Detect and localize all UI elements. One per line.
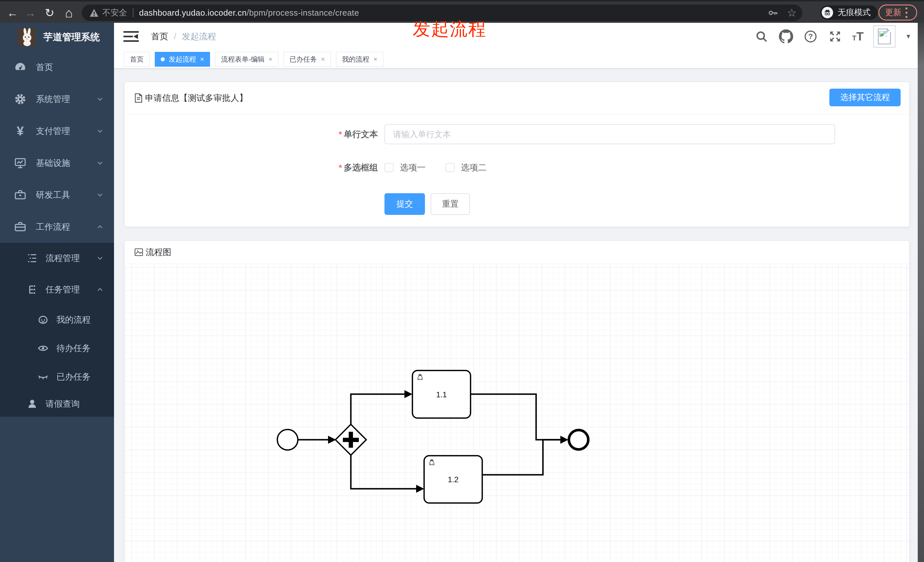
- sidebar-item-label: 待办任务: [56, 343, 114, 354]
- chevron-down-icon: [96, 95, 104, 103]
- sidebar-item-label: 首页: [36, 61, 114, 73]
- sidebar-item-task-management[interactable]: 任务管理: [0, 274, 114, 306]
- tab-label: 已办任务: [290, 55, 317, 64]
- user-icon: [26, 398, 38, 410]
- submit-button[interactable]: 提交: [384, 193, 425, 215]
- browser-forward-button[interactable]: →: [21, 1, 39, 24]
- reset-button[interactable]: 重置: [430, 193, 470, 215]
- workflow-submenu: 流程管理 任务管理 我的流程 待办任务 已办任务 请假查询: [0, 243, 114, 417]
- sidebar-item-done-tasks[interactable]: 已办任务: [0, 363, 114, 391]
- sidebar-item-devtools[interactable]: 研发工具: [0, 179, 114, 211]
- tab-close-icon[interactable]: ×: [374, 55, 377, 63]
- checkbox-icon[interactable]: [384, 163, 394, 172]
- search-icon[interactable]: [754, 29, 769, 44]
- browser-back-button[interactable]: ←: [3, 1, 22, 24]
- tab-close-icon[interactable]: ×: [200, 55, 204, 63]
- help-icon[interactable]: ?: [803, 29, 818, 44]
- sidebar-item-my-process[interactable]: 我的流程: [0, 306, 114, 334]
- password-key-icon[interactable]: [768, 7, 779, 18]
- bpmn-start-event[interactable]: [278, 430, 298, 450]
- bpmn-canvas[interactable]: 1.1 1.2: [124, 264, 909, 562]
- sidebar-item-home[interactable]: 首页: [0, 51, 114, 83]
- single-line-text-input[interactable]: [384, 124, 835, 144]
- tab-process-form-edit[interactable]: 流程表单-编辑×: [215, 52, 279, 67]
- chevron-up-icon: [96, 223, 104, 231]
- browser-update-button[interactable]: 更新: [878, 4, 917, 21]
- url-text: dashboard.yudao.iocoder.cn/bpm/process-i…: [139, 8, 359, 18]
- app-title: 芋道管理系统: [44, 31, 100, 43]
- bpmn-parallel-gateway[interactable]: [336, 424, 366, 455]
- navbar: 首页 / 发起流程 ? TT ▼: [114, 23, 918, 50]
- tab-close-icon[interactable]: ×: [321, 55, 325, 63]
- sidebar-item-label: 工作流程: [36, 221, 96, 233]
- sidebar-item-infrastructure[interactable]: 基础设施: [0, 147, 114, 179]
- forward-icon: →: [24, 6, 36, 19]
- tab-home[interactable]: 首页: [124, 52, 150, 67]
- diagram-card-title: 流程图: [146, 247, 171, 258]
- browser-reload-button[interactable]: ↻: [40, 1, 59, 24]
- task-label: 1.1: [436, 390, 447, 399]
- chevron-down-icon: [96, 127, 104, 135]
- form-card-title: 申请信息【测试多审批人】: [145, 92, 248, 104]
- bookmark-star-icon[interactable]: ☆: [787, 6, 796, 19]
- bpmn-end-event[interactable]: [569, 430, 588, 450]
- browser-menu-kebab-icon[interactable]: [906, 7, 908, 18]
- checkbox-label: 选项一: [400, 162, 426, 174]
- update-label: 更新: [885, 7, 902, 18]
- sidebar-item-leave-query[interactable]: 请假查询: [0, 391, 114, 417]
- checkbox-icon[interactable]: [446, 163, 454, 172]
- checkbox-option-one[interactable]: 选项一: [384, 162, 426, 174]
- active-dot-icon: [161, 57, 165, 61]
- tab-done-tasks[interactable]: 已办任务×: [284, 52, 331, 67]
- breadcrumb-current: 发起流程: [182, 31, 216, 42]
- sidebar-logo[interactable]: 芋道管理系统: [0, 23, 114, 51]
- sidebar: 芋道管理系统 首页 系统管理 ¥ 支付管理 基础设施 研发工具 工作流程 流程管…: [0, 23, 114, 562]
- logo-avatar: [18, 28, 36, 46]
- red-annotation-title: 发起流程: [413, 17, 487, 41]
- chevron-down-icon: [96, 159, 104, 167]
- breadcrumb: 首页 / 发起流程: [151, 31, 216, 42]
- select-other-process-button[interactable]: 选择其它流程: [830, 88, 901, 106]
- browser-home-button[interactable]: ⌂: [60, 1, 78, 24]
- avatar-dropdown-caret-icon[interactable]: ▼: [905, 33, 912, 40]
- gear-icon: [14, 93, 27, 106]
- bpmn-user-task-1-1[interactable]: 1.1: [412, 370, 471, 418]
- sidebar-item-todo-tasks[interactable]: 待办任务: [0, 334, 114, 363]
- breadcrumb-home[interactable]: 首页: [151, 31, 168, 42]
- yen-icon: ¥: [14, 124, 27, 138]
- sidebar-item-system[interactable]: 系统管理: [0, 83, 114, 115]
- chevron-down-icon: [96, 191, 104, 199]
- not-secure-label[interactable]: 不安全: [102, 7, 127, 18]
- sidebar-item-label: 我的流程: [56, 314, 114, 326]
- user-avatar[interactable]: [873, 25, 896, 48]
- tab-initiate-process[interactable]: 发起流程×: [155, 52, 210, 67]
- incognito-icon: [822, 7, 833, 18]
- github-icon[interactable]: [778, 29, 794, 44]
- fullscreen-icon[interactable]: [828, 29, 843, 44]
- bpmn-user-task-1-2[interactable]: 1.2: [424, 456, 482, 503]
- sidebar-item-process-management[interactable]: 流程管理: [0, 243, 114, 274]
- tab-my-process[interactable]: 我的流程×: [336, 52, 383, 67]
- tab-label: 流程表单-编辑: [221, 55, 264, 64]
- sidebar-item-payment[interactable]: ¥ 支付管理: [0, 115, 114, 147]
- sidebar-item-label: 流程管理: [46, 252, 96, 264]
- toolbox-icon: [14, 188, 27, 201]
- url-domain: dashboard.yudao.iocoder.cn: [139, 8, 246, 17]
- checkbox-option-two[interactable]: 选项二: [446, 162, 486, 174]
- font-size-icon[interactable]: TT: [852, 30, 864, 43]
- field-label-checkbox-group: *多选框组: [124, 159, 384, 176]
- sidebar-collapse-icon[interactable]: [123, 30, 139, 43]
- url-path: /bpm/process-instance/create: [246, 8, 359, 17]
- eye-icon: [37, 342, 49, 354]
- broken-image-icon: [878, 28, 891, 45]
- sidebar-item-workflow[interactable]: 工作流程: [0, 211, 114, 243]
- checkbox-label: 选项二: [461, 162, 486, 174]
- sidebar-item-label: 系统管理: [36, 93, 96, 105]
- chevron-down-icon: [96, 254, 104, 262]
- tab-label: 我的流程: [342, 55, 369, 64]
- tab-close-icon[interactable]: ×: [268, 55, 273, 63]
- window-scrollbar[interactable]: [918, 23, 924, 562]
- face-icon: [37, 314, 49, 326]
- image-icon: [134, 248, 143, 257]
- omnibox-separator: [133, 8, 134, 17]
